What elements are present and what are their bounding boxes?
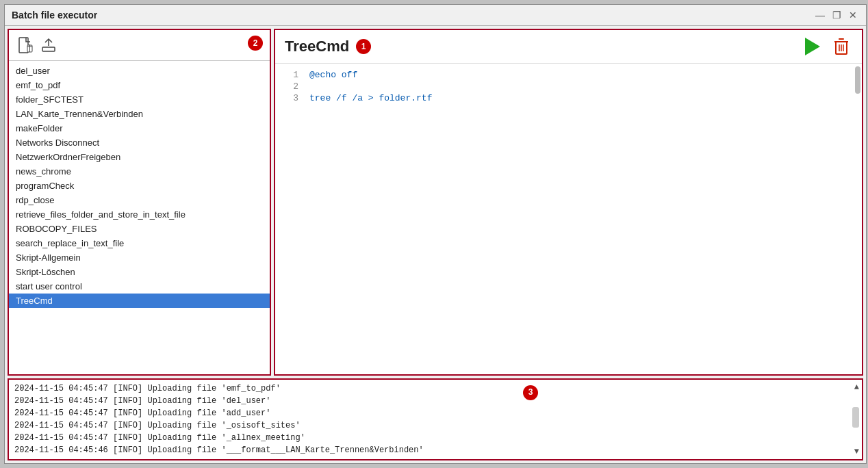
log-line: 2024-11-15 04:45:47 [INFO] Uploading fil… — [14, 419, 856, 432]
code-area: 1@echo off23tree /f /a > folder.rtf — [275, 64, 862, 374]
close-button[interactable]: ✕ — [847, 9, 859, 21]
list-item[interactable]: folder_SFCTEST — [9, 92, 270, 107]
line-number: 2 — [275, 81, 309, 92]
left-panel-badge: 2 — [248, 36, 263, 51]
minimize-button[interactable]: — — [814, 9, 826, 21]
list-item[interactable]: TreeCmd — [9, 294, 270, 308]
list-item[interactable]: Networks Disconnect — [9, 135, 270, 150]
line-content: @echo off — [309, 70, 862, 80]
log-line: 2024-11-15 04:45:47 [INFO] Uploading fil… — [14, 382, 856, 395]
log-line: 2024-11-15 04:45:47 [INFO] Uploading fil… — [14, 432, 856, 444]
bottom-area: 3 ▲ ▼ 2024-11-15 04:45:47 [INFO] Uploadi… — [5, 378, 866, 463]
list-item[interactable]: emf_to_pdf — [9, 78, 270, 92]
window-title: Batch file executor — [12, 10, 97, 21]
title-controls: — ❐ ✕ — [814, 9, 859, 21]
log-scroll-down[interactable]: ▼ — [854, 447, 859, 456]
log-line: 2024-11-15 04:45:47 [INFO] Uploading fil… — [14, 395, 856, 407]
maximize-button[interactable]: ❐ — [830, 9, 843, 21]
code-line: 2 — [275, 81, 862, 92]
svg-rect-2 — [42, 47, 55, 51]
log-scroll-thumb[interactable] — [852, 407, 859, 428]
list-item[interactable]: NetzwerkOrdnerFreigeben — [9, 150, 270, 164]
run-icon — [805, 38, 820, 55]
list-item[interactable]: start user control — [9, 279, 270, 294]
list-item[interactable]: makeFolder — [9, 121, 270, 135]
code-scrollbar[interactable] — [855, 66, 860, 94]
list-item[interactable]: del_user — [9, 64, 270, 78]
log-lines: 2024-11-15 04:45:47 [INFO] Uploading fil… — [14, 382, 856, 456]
left-panel: 2 del_useremf_to_pdffolder_SFCTESTLAN_Ka… — [8, 29, 271, 376]
left-toolbar: 2 — [9, 30, 270, 61]
run-button[interactable] — [802, 36, 824, 57]
bottom-panel-badge: 3 — [523, 385, 538, 400]
right-header: TreeCmd 1 — [275, 30, 862, 64]
list-item[interactable]: news_chrome — [9, 164, 270, 179]
line-number: 3 — [275, 93, 309, 103]
file-list: del_useremf_to_pdffolder_SFCTESTLAN_Kart… — [9, 61, 270, 374]
list-item[interactable]: programCheck — [9, 179, 270, 193]
code-line: 1@echo off — [275, 69, 862, 81]
log-line: 2024-11-15 04:45:46 [INFO] Uploading fil… — [14, 444, 856, 456]
svg-rect-0 — [19, 38, 28, 53]
list-item[interactable]: LAN_Karte_Trennen&Verbinden — [9, 107, 270, 121]
line-number: 1 — [275, 70, 309, 80]
main-area: 2 del_useremf_to_pdffolder_SFCTESTLAN_Ka… — [5, 26, 866, 378]
main-window: Batch file executor — ❐ ✕ — [4, 4, 867, 464]
right-panel: TreeCmd 1 — [274, 29, 863, 376]
code-line: 3tree /f /a > folder.rtf — [275, 92, 862, 104]
list-item[interactable]: Skript-Löschen — [9, 265, 270, 279]
list-item[interactable]: Skript-Allgemein — [9, 250, 270, 265]
list-item[interactable]: search_replace_in_text_file — [9, 236, 270, 250]
list-item[interactable]: rdp_close — [9, 193, 270, 207]
upload-button[interactable] — [39, 36, 58, 55]
header-actions — [802, 36, 852, 57]
line-content: tree /f /a > folder.rtf — [309, 93, 862, 103]
list-item[interactable]: ROBOCOPY_FILES — [9, 222, 270, 236]
list-item[interactable]: retrieve_files_folder_and_store_in_text_… — [9, 207, 270, 222]
right-panel-badge: 1 — [356, 39, 371, 54]
script-title: TreeCmd — [285, 38, 349, 55]
log-scroll-up[interactable]: ▲ — [854, 382, 859, 392]
log-panel[interactable]: 3 ▲ ▼ 2024-11-15 04:45:47 [INFO] Uploadi… — [8, 378, 863, 460]
delete-button[interactable] — [830, 36, 852, 57]
title-bar: Batch file executor — ❐ ✕ — [5, 5, 866, 26]
log-line: 2024-11-15 04:45:47 [INFO] Uploading fil… — [14, 407, 856, 419]
new-file-button[interactable] — [16, 36, 35, 55]
